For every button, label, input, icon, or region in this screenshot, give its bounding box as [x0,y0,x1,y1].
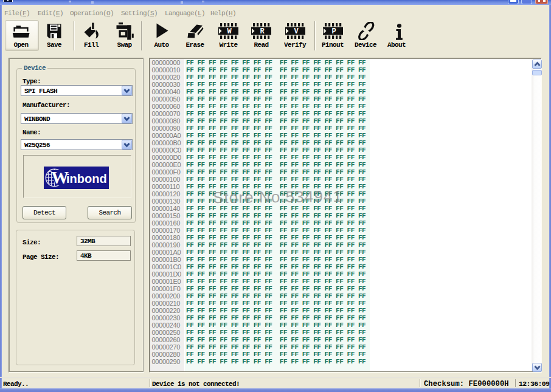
svg-text:R: R [260,27,265,36]
svg-text:W: W [227,27,232,36]
svg-text:inbond: inbond [66,172,107,185]
svg-text:P: P [331,27,336,36]
svg-text:V: V [294,27,299,36]
